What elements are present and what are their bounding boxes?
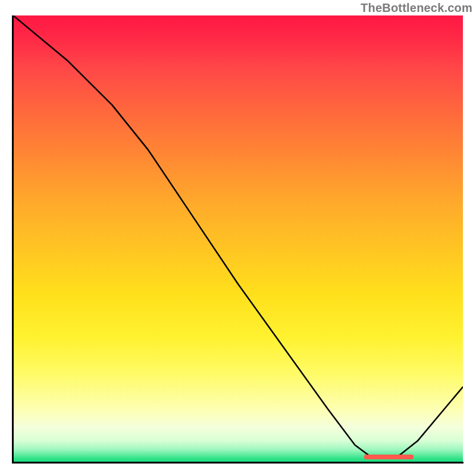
y-axis-line bbox=[12, 15, 14, 463]
attribution-text: TheBottleneck.com bbox=[361, 1, 472, 15]
bottleneck-chart: TheBottleneck.com OPTIMUM bbox=[0, 0, 476, 476]
heat-gradient-bg bbox=[13, 15, 463, 463]
x-axis-line bbox=[12, 462, 464, 464]
plot-area: OPTIMUM bbox=[13, 15, 463, 463]
optimum-marker: OPTIMUM bbox=[364, 455, 414, 459]
